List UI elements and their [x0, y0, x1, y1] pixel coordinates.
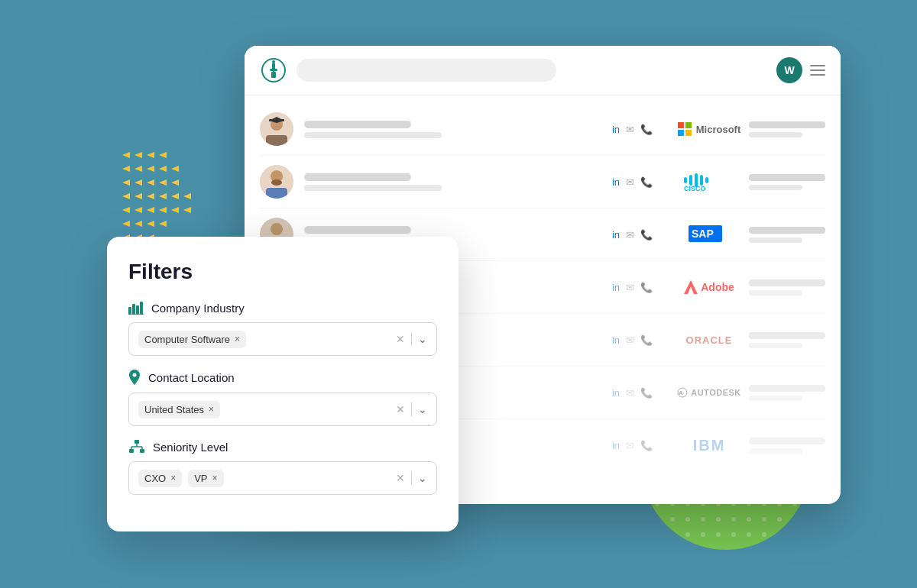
svg-marker-14 — [122, 193, 130, 199]
remove-tag-icon[interactable]: × — [170, 473, 176, 483]
svg-marker-6 — [147, 166, 154, 172]
filter-tag-united-states[interactable]: United States × — [138, 401, 220, 418]
svg-marker-27 — [134, 221, 142, 227]
company-info-bars-4 — [749, 279, 825, 296]
filter-tag-vp[interactable]: VP × — [188, 470, 223, 487]
phone-icon[interactable]: 📞 — [640, 229, 653, 241]
filter-input-industry[interactable]: Computer Software × ✕ ⌄ — [128, 322, 437, 356]
svg-rect-138 — [271, 72, 276, 78]
remove-tag-icon[interactable]: × — [209, 404, 214, 415]
company-info-bars-3 — [749, 227, 825, 243]
filter-panel: Filters Company Industry Computer Softwa… — [107, 237, 458, 531]
linkedin-icon[interactable]: in — [612, 124, 620, 135]
svg-marker-24 — [171, 207, 179, 213]
email-icon[interactable]: ✉ — [626, 176, 634, 188]
phone-icon[interactable]: 📞 — [640, 282, 653, 293]
phone-icon[interactable]: 📞 — [640, 176, 653, 188]
svg-marker-19 — [183, 193, 191, 199]
linkedin-icon[interactable]: in — [612, 282, 620, 293]
menu-button[interactable] — [810, 65, 825, 76]
linkedin-icon[interactable]: in — [612, 229, 620, 241]
svg-marker-22 — [147, 207, 154, 213]
filter-tag-cxo[interactable]: CXO × — [138, 470, 182, 487]
svg-point-117 — [701, 517, 705, 522]
svg-marker-28 — [147, 221, 154, 227]
filter-label-seniority: Seniority Level — [153, 441, 228, 454]
svg-marker-2 — [147, 152, 154, 158]
filter-section-header-industry: Company Industry — [128, 301, 437, 315]
svg-point-122 — [777, 517, 782, 522]
dropdown-chevron-icon[interactable]: ⌄ — [418, 472, 427, 484]
sap-svg-logo: SAP — [689, 225, 731, 244]
email-icon[interactable]: ✉ — [626, 440, 634, 451]
filter-controls-location: ✕ ⌄ — [396, 402, 427, 416]
svg-text:SAP: SAP — [692, 228, 714, 240]
email-icon[interactable]: ✉ — [626, 229, 634, 241]
remove-tag-icon[interactable]: × — [212, 473, 218, 483]
cisco-svg-logo: CISCO — [682, 171, 736, 192]
svg-rect-148 — [684, 177, 687, 183]
clear-filter-icon[interactable]: ✕ — [396, 403, 405, 415]
company-info-bars-7 — [749, 438, 825, 454]
contact-row: in ✉ 📞 CISCO — [260, 156, 825, 208]
svg-marker-26 — [122, 221, 130, 227]
ibm-logo: IBM — [679, 437, 740, 454]
filter-tag-label: United States — [144, 404, 204, 415]
svg-rect-163 — [128, 307, 131, 315]
contact-name-bar — [304, 226, 411, 234]
browser-search-bar[interactable] — [296, 59, 556, 82]
email-icon[interactable]: ✉ — [626, 334, 634, 346]
company-info-bars-1 — [749, 121, 825, 137]
contact-avatar-2 — [260, 165, 293, 199]
linkedin-icon[interactable]: in — [612, 440, 620, 451]
filter-input-location[interactable]: United States × ✕ ⌄ — [128, 393, 437, 426]
svg-point-114 — [655, 517, 659, 522]
dropdown-chevron-icon[interactable]: ⌄ — [418, 333, 427, 345]
dropdown-chevron-icon[interactable]: ⌄ — [418, 403, 427, 415]
autodesk-icon: A — [677, 387, 688, 398]
phone-icon[interactable]: 📞 — [640, 334, 653, 346]
microsoft-logo: Microsoft — [679, 122, 740, 136]
phone-icon[interactable]: 📞 — [640, 440, 653, 451]
company-info-bars-6 — [749, 385, 825, 401]
svg-marker-3 — [159, 152, 167, 158]
svg-marker-16 — [147, 193, 154, 199]
svg-marker-7 — [159, 166, 167, 172]
svg-marker-1 — [134, 152, 142, 158]
svg-point-129 — [731, 532, 736, 537]
phone-icon[interactable]: 📞 — [640, 387, 653, 399]
user-avatar[interactable]: W — [776, 57, 802, 83]
filter-section-header-location: Contact Location — [128, 370, 437, 385]
oracle-logo: ORACLE — [679, 334, 740, 346]
phone-icon[interactable]: 📞 — [640, 124, 653, 135]
svg-rect-136 — [270, 69, 277, 71]
autodesk-label: AUTODESK — [691, 388, 741, 397]
filter-input-seniority[interactable]: CXO × VP × ✕ ⌄ — [128, 461, 437, 495]
clear-filter-icon[interactable]: ✕ — [396, 333, 405, 345]
ibm-label: IBM — [693, 437, 726, 454]
linkedin-icon[interactable]: in — [612, 387, 620, 399]
email-icon[interactable]: ✉ — [626, 124, 634, 135]
filter-tag-computer-software[interactable]: Computer Software × — [138, 331, 246, 348]
svg-point-115 — [670, 517, 675, 522]
remove-tag-icon[interactable]: × — [235, 334, 240, 344]
linkedin-icon[interactable]: in — [612, 176, 620, 188]
svg-marker-17 — [159, 193, 167, 199]
svg-point-168 — [133, 373, 137, 377]
svg-point-133 — [792, 532, 797, 537]
svg-rect-164 — [132, 304, 135, 315]
svg-point-124 — [655, 532, 659, 537]
svg-marker-4 — [122, 166, 130, 172]
svg-marker-13 — [171, 179, 179, 186]
contact-name-bar — [304, 121, 411, 128]
contact-actions-2: in ✉ 📞 — [612, 176, 653, 188]
clear-filter-icon[interactable]: ✕ — [396, 472, 405, 484]
adobe-logo: Adobe — [679, 280, 740, 294]
contact-actions-7: in ✉ 📞 — [612, 440, 653, 451]
filter-section-contact-location: Contact Location United States × ✕ ⌄ — [128, 370, 437, 426]
email-icon[interactable]: ✉ — [626, 387, 634, 399]
contact-actions-1: in ✉ 📞 — [612, 124, 653, 135]
email-icon[interactable]: ✉ — [626, 282, 634, 293]
linkedin-icon[interactable]: in — [612, 334, 620, 346]
company-section-7: IBM — [679, 437, 825, 454]
